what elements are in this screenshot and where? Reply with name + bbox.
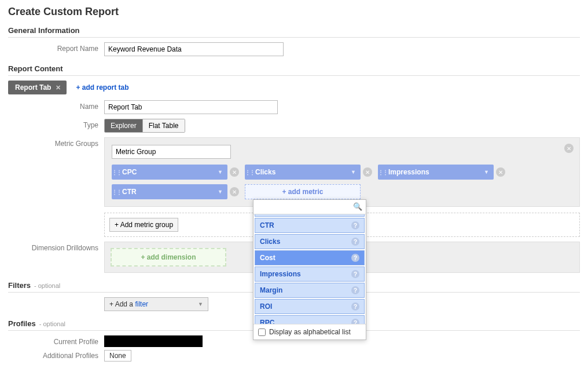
metric-chip-ctr[interactable]: ⋮⋮ CTR ▼ bbox=[112, 184, 227, 199]
metric-chip-clicks[interactable]: ⋮⋮ Clicks ▼ bbox=[245, 165, 361, 180]
help-icon[interactable]: ? bbox=[351, 319, 359, 324]
drag-icon[interactable]: ⋮⋮ bbox=[112, 189, 121, 195]
close-icon[interactable]: ✕ bbox=[496, 167, 505, 177]
type-flat-table-button[interactable]: Flat Table bbox=[142, 119, 185, 132]
help-icon[interactable]: ? bbox=[351, 270, 359, 278]
profiles-heading: Profiles bbox=[8, 319, 36, 328]
metric-group-panel: ✕ ⋮⋮ CPC ▼ ✕ ⋮⋮ Clicks ▼ bbox=[104, 137, 580, 207]
report-tab[interactable]: Report Tab ✕ bbox=[8, 81, 67, 94]
help-icon[interactable]: ? bbox=[351, 286, 359, 294]
metric-search-input[interactable] bbox=[253, 200, 366, 214]
caret-down-icon: ▼ bbox=[198, 301, 203, 307]
add-metric-group-button[interactable]: + Add metric group bbox=[109, 218, 178, 232]
optional-label: - optional bbox=[39, 320, 65, 327]
metric-dropdown: 🔍 CPM? CTR? Clicks? Cost? Impressions? M… bbox=[253, 199, 366, 340]
add-report-tab-link[interactable]: + add report tab bbox=[76, 83, 128, 92]
metric-option-rpc[interactable]: RPC? bbox=[255, 315, 365, 324]
alphabetical-checkbox[interactable] bbox=[258, 329, 266, 336]
add-filter-prefix: + Add a bbox=[109, 300, 135, 308]
report-content-heading: Report Content bbox=[8, 64, 580, 73]
caret-down-icon[interactable]: ▼ bbox=[479, 169, 494, 175]
metric-option-margin[interactable]: Margin? bbox=[255, 283, 365, 298]
close-icon[interactable]: ✕ bbox=[363, 167, 372, 177]
metric-option-ctr[interactable]: CTR? bbox=[255, 218, 365, 233]
metric-option-cost[interactable]: Cost? bbox=[255, 250, 365, 265]
metric-dropdown-list[interactable]: CPM? CTR? Clicks? Cost? Impressions? Mar… bbox=[253, 214, 366, 324]
help-icon[interactable]: ? bbox=[351, 238, 359, 246]
help-icon[interactable]: ? bbox=[351, 221, 359, 229]
filters-heading: Filters bbox=[8, 281, 31, 290]
metric-chip-label: CPC bbox=[121, 168, 213, 176]
tab-name-label: Name bbox=[8, 100, 104, 111]
metric-option-clicks[interactable]: Clicks? bbox=[255, 234, 365, 249]
drag-icon[interactable]: ⋮⋮ bbox=[112, 169, 121, 176]
caret-down-icon[interactable]: ▼ bbox=[346, 169, 361, 175]
help-icon[interactable]: ? bbox=[351, 302, 359, 311]
search-icon: 🔍 bbox=[353, 202, 362, 211]
report-name-label: Report Name bbox=[8, 42, 104, 53]
add-metric-button[interactable]: + add metric bbox=[245, 184, 361, 199]
page-title: Create Custom Report bbox=[8, 6, 580, 18]
caret-down-icon[interactable]: ▼ bbox=[213, 189, 227, 195]
close-icon[interactable]: ✕ bbox=[564, 144, 574, 153]
tab-name-input[interactable] bbox=[104, 100, 278, 114]
add-filter-dropdown[interactable]: + Add a filter ▼ bbox=[104, 297, 208, 311]
general-info-heading: General Information bbox=[8, 26, 580, 35]
additional-profiles-label: Additional Profiles bbox=[8, 352, 104, 360]
close-icon[interactable]: ✕ bbox=[56, 84, 61, 92]
metric-chip-label: Impressions bbox=[387, 168, 479, 176]
help-icon[interactable]: ? bbox=[351, 254, 359, 262]
report-name-input[interactable] bbox=[104, 42, 284, 56]
metric-option-impressions[interactable]: Impressions? bbox=[255, 267, 365, 282]
metric-group-name-input[interactable] bbox=[112, 145, 231, 159]
additional-profiles-value[interactable]: None bbox=[104, 350, 131, 362]
optional-label: - optional bbox=[34, 282, 60, 289]
report-tab-label: Report Tab bbox=[15, 83, 51, 92]
metric-chip-impressions[interactable]: ⋮⋮ Impressions ▼ bbox=[378, 165, 494, 180]
drag-icon[interactable]: ⋮⋮ bbox=[378, 169, 387, 176]
caret-down-icon[interactable]: ▼ bbox=[213, 169, 227, 175]
metric-option-roi[interactable]: ROI? bbox=[255, 299, 365, 314]
metric-groups-label: Metric Groups bbox=[8, 137, 104, 148]
type-explorer-button[interactable]: Explorer bbox=[105, 119, 142, 132]
metric-chip-cpc[interactable]: ⋮⋮ CPC ▼ bbox=[112, 165, 227, 180]
add-filter-link: filter bbox=[135, 300, 148, 308]
add-dimension-button[interactable]: + add dimension bbox=[111, 248, 226, 267]
close-icon[interactable]: ✕ bbox=[230, 187, 239, 196]
metric-chip-label: CTR bbox=[121, 188, 213, 196]
dimension-drilldowns-label: Dimension Drilldowns bbox=[8, 242, 104, 252]
metric-chip-label: Clicks bbox=[254, 168, 346, 176]
close-icon[interactable]: ✕ bbox=[230, 167, 239, 177]
current-profile-value bbox=[104, 335, 203, 347]
type-label: Type bbox=[8, 119, 104, 129]
alphabetical-label: Display as alphabetical list bbox=[269, 328, 351, 336]
current-profile-label: Current Profile bbox=[8, 335, 104, 346]
metric-option-cpm[interactable]: CPM? bbox=[255, 214, 365, 217]
drag-icon[interactable]: ⋮⋮ bbox=[245, 169, 254, 176]
